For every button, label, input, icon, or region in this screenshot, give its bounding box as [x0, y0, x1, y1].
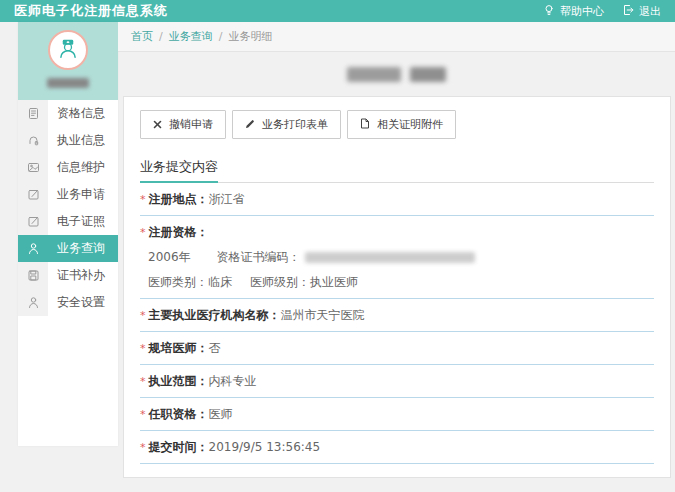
header-actions: 帮助中心 退出	[543, 4, 661, 19]
print-form-button[interactable]: 业务打印表单	[232, 110, 341, 139]
required-marker: *	[140, 375, 146, 388]
sidebar-item-label: 信息维护	[48, 154, 118, 181]
page-body: 资格信息 执业信息 信息维护	[0, 22, 675, 492]
x-icon	[153, 119, 162, 131]
main-area: 首页 / 业务查询 / 业务明细 撤销申请	[118, 22, 675, 492]
top-header-bar: 医师电子化注册信息系统 帮助中心 退出	[0, 0, 675, 22]
page-title-area	[118, 52, 675, 96]
qualification-year: 2006年	[148, 249, 191, 266]
field-value: 否	[209, 341, 221, 355]
help-center-button[interactable]: 帮助中心	[543, 4, 604, 19]
field-value: 浙江省	[209, 192, 245, 206]
help-center-label: 帮助中心	[560, 4, 604, 19]
redacted-user-name	[47, 78, 89, 88]
submission-fields: *注册地点：浙江省 *注册资格： 2006年 资格证书编码：	[140, 183, 654, 464]
field-value: 内科专业	[209, 374, 257, 388]
required-marker: *	[140, 408, 146, 421]
pencil-icon	[245, 119, 255, 131]
cancel-application-button[interactable]: 撤销申请	[140, 110, 226, 139]
field-label: 执业范围：	[149, 374, 209, 388]
sidebar-item-label: 电子证照	[48, 208, 118, 235]
field-registration-location: *注册地点：浙江省	[140, 183, 654, 216]
breadcrumb-separator: /	[219, 30, 223, 43]
field-main-practice-org: *主要执业医疗机构名称：温州市天宁医院	[140, 299, 654, 332]
field-practice-scope: *执业范围：内科专业	[140, 365, 654, 398]
sidebar-item-qualification-info[interactable]: 资格信息	[18, 100, 118, 127]
sidebar: 资格信息 执业信息 信息维护	[18, 22, 118, 446]
field-value: 温州市天宁医院	[281, 308, 365, 322]
field-label: 主要执业医疗机构名称：	[149, 308, 281, 322]
field-registration-qualification: *注册资格： 2006年 资格证书编码： 医师类别： 临床 医师级别：	[140, 216, 654, 299]
required-marker: *	[140, 441, 146, 454]
app-window: 医师电子化注册信息系统 帮助中心 退出	[0, 0, 675, 492]
field-label: 任职资格：	[149, 407, 209, 421]
person-icon	[18, 289, 48, 316]
breadcrumb-home[interactable]: 首页	[131, 29, 153, 44]
sidebar-item-business-application[interactable]: 业务申请	[18, 181, 118, 208]
sidebar-menu: 资格信息 执业信息 信息维护	[18, 100, 118, 316]
breadcrumb: 首页 / 业务查询 / 业务明细	[118, 22, 675, 52]
sidebar-item-info-maintenance[interactable]: 信息维护	[18, 154, 118, 181]
document-icon	[18, 100, 48, 127]
person-icon	[18, 235, 48, 262]
submission-section-title: 业务提交内容	[140, 158, 218, 183]
doctor-level-label: 医师级别：	[250, 274, 310, 291]
redacted-title-block	[347, 67, 401, 82]
doctor-type-label: 医师类别：	[148, 274, 208, 291]
doctor-icon	[56, 36, 80, 64]
button-label: 业务打印表单	[262, 117, 328, 132]
required-marker: *	[140, 193, 146, 206]
redacted-title-block	[410, 67, 446, 82]
field-label: 注册地点：	[149, 192, 209, 206]
save-icon	[18, 262, 48, 289]
field-value: 2019/9/5 13:56:45	[209, 440, 321, 454]
sidebar-item-label: 执业信息	[48, 127, 118, 154]
qualification-cert-line: 2006年 资格证书编码：	[140, 241, 654, 266]
logout-button[interactable]: 退出	[622, 4, 661, 19]
sidebar-item-label: 资格信息	[48, 100, 118, 127]
field-submit-time: *提交时间：2019/9/5 13:56:45	[140, 431, 654, 464]
attachments-button[interactable]: 相关证明附件	[347, 110, 456, 139]
sidebar-item-business-query[interactable]: 业务查询	[18, 235, 118, 262]
sidebar-item-label: 业务申请	[48, 181, 118, 208]
redacted-cert-code	[305, 252, 475, 263]
breadcrumb-current: 业务明细	[228, 29, 272, 44]
app-title: 医师电子化注册信息系统	[14, 2, 168, 20]
edit-icon	[18, 181, 48, 208]
edit-icon	[18, 208, 48, 235]
doctor-level-value: 执业医师	[310, 274, 358, 291]
sidebar-item-practice-info[interactable]: 执业信息	[18, 127, 118, 154]
required-marker: *	[140, 226, 146, 239]
logout-label: 退出	[639, 4, 661, 19]
file-icon	[360, 118, 370, 131]
sidebar-item-certificate-reissue[interactable]: 证书补办	[18, 262, 118, 289]
cert-code-label: 资格证书编码：	[217, 249, 301, 266]
lightbulb-icon	[543, 4, 555, 19]
doctor-type-value: 临床	[208, 274, 232, 291]
sidebar-item-security-settings[interactable]: 安全设置	[18, 289, 118, 316]
profile-panel	[18, 22, 118, 100]
submission-section: 业务提交内容 *注册地点：浙江省 *注册资格： 2006年	[140, 156, 654, 464]
sidebar-item-label: 业务查询	[48, 235, 118, 262]
sidebar-item-electronic-certificate[interactable]: 电子证照	[18, 208, 118, 235]
avatar	[48, 30, 88, 70]
required-marker: *	[140, 342, 146, 355]
button-label: 撤销申请	[169, 117, 213, 132]
field-trainee-doctor: *规培医师：否	[140, 332, 654, 365]
detail-card: 撤销申请 业务打印表单 相关证明附件	[123, 96, 671, 478]
breadcrumb-business-query[interactable]: 业务查询	[169, 29, 213, 44]
breadcrumb-separator: /	[159, 30, 163, 43]
field-label: 注册资格：	[149, 225, 209, 239]
field-job-qualification: *任职资格：医师	[140, 398, 654, 431]
headset-icon	[18, 127, 48, 154]
required-marker: *	[140, 309, 146, 322]
button-label: 相关证明附件	[377, 117, 443, 132]
field-label: 规培医师：	[149, 341, 209, 355]
toolbar: 撤销申请 业务打印表单 相关证明附件	[140, 110, 654, 139]
sidebar-item-label: 安全设置	[48, 289, 118, 316]
image-icon	[18, 154, 48, 181]
field-value: 医师	[209, 407, 233, 421]
field-label: 提交时间：	[149, 440, 209, 454]
logout-icon	[622, 4, 634, 19]
qualification-type-line: 医师类别： 临床 医师级别： 执业医师	[140, 266, 654, 291]
